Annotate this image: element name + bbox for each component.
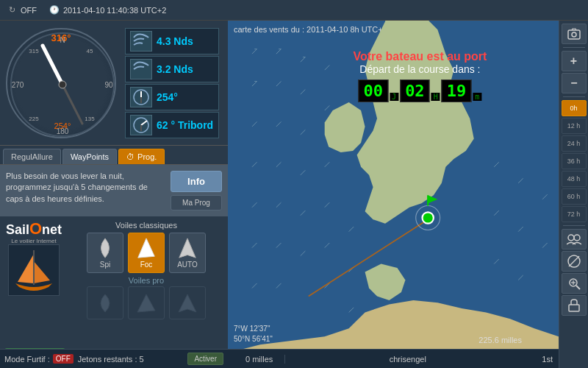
depart-text: Départ de la course dans : bbox=[353, 63, 487, 75]
instrument-row-1: 3.2 Nds bbox=[125, 56, 219, 82]
group-btn[interactable] bbox=[562, 229, 587, 250]
status-label: OFF bbox=[21, 6, 37, 15]
sail-choices: Voiles classiques Spi Foc bbox=[69, 221, 223, 319]
boat-port-text: Votre bateau est au port bbox=[353, 50, 487, 63]
svg-line-41 bbox=[301, 251, 306, 256]
map-area[interactable]: carte des vents du : 2011-04-10 8h UTC+2 bbox=[228, 21, 559, 349]
right-sidebar: + − 0h 12 h 24 h 36 h 48 h 60 h 72 h bbox=[559, 21, 588, 368]
map-bottom-bar: 0 milles chrisengel 1st bbox=[228, 349, 559, 368]
package-btn[interactable] bbox=[562, 295, 587, 316]
sail-auto-label: AUTO bbox=[177, 261, 198, 269]
distance-label: 0 milles bbox=[234, 355, 285, 364]
maprog-button[interactable]: Ma Prog bbox=[171, 195, 222, 210]
time-60h-btn[interactable]: 60 h bbox=[562, 188, 587, 205]
clock-display: 🕐 2011-04-10 11:40:38 UTC+2 bbox=[49, 4, 166, 16]
map-coords: 7°W 12'37" 50°N 56'41" bbox=[234, 324, 273, 344]
map-miles: 225.6 milles bbox=[478, 336, 522, 344]
svg-line-29 bbox=[301, 89, 306, 94]
svg-text:45: 45 bbox=[87, 48, 93, 54]
sail-pro-2[interactable] bbox=[169, 286, 206, 319]
svg-line-39 bbox=[252, 243, 257, 248]
sailonet-name: SailOnet bbox=[6, 221, 62, 238]
divider-1 bbox=[563, 47, 585, 48]
svg-line-53 bbox=[494, 162, 499, 167]
timer-icon: ⏱ bbox=[126, 152, 135, 161]
svg-point-67 bbox=[572, 32, 576, 37]
sail-foc[interactable]: Foc bbox=[128, 233, 165, 273]
svg-line-50 bbox=[349, 227, 354, 232]
compass-widget: 316° N 90 180 270 45 135 225 315 bbox=[6, 28, 116, 138]
instrument-row-3: 62 ° Tribord bbox=[125, 112, 219, 138]
svg-text:315: 315 bbox=[29, 48, 39, 54]
mode-furtif-status: OFF bbox=[53, 354, 74, 364]
sail-spi[interactable]: Spi bbox=[87, 233, 123, 273]
svg-line-9 bbox=[43, 46, 62, 85]
sail-section: SailOnet Le voilier Internet bbox=[0, 216, 228, 345]
sail-icons-row: Spi Foc AUTO bbox=[69, 233, 223, 273]
mode-furtif-label: Mode Furtif : bbox=[4, 355, 50, 364]
boat-image bbox=[8, 244, 60, 296]
svg-line-60 bbox=[518, 275, 523, 280]
svg-line-59 bbox=[494, 259, 499, 264]
countdown-days: 00 bbox=[359, 79, 389, 102]
svg-line-24 bbox=[301, 57, 306, 63]
divider-2 bbox=[563, 96, 585, 97]
wind-speed-icon-0 bbox=[130, 31, 152, 52]
sail-header: SailOnet Le voilier Internet bbox=[4, 221, 223, 319]
svg-point-63 bbox=[423, 212, 434, 223]
svg-rect-66 bbox=[568, 30, 580, 39]
svg-line-34 bbox=[276, 162, 282, 167]
svg-line-73 bbox=[576, 286, 580, 289]
svg-line-44 bbox=[325, 66, 330, 71]
svg-line-58 bbox=[542, 243, 548, 248]
tab-waypoints[interactable]: WayPoints bbox=[62, 149, 117, 164]
sail-auto[interactable]: AUTO bbox=[169, 233, 206, 273]
rank-label: 1st bbox=[530, 355, 553, 364]
svg-line-31 bbox=[276, 121, 282, 127]
svg-marker-65 bbox=[428, 195, 437, 203]
countdown-min-label: m bbox=[473, 93, 481, 101]
time-24h-btn[interactable]: 24 h bbox=[562, 135, 587, 152]
refresh-icon: ↻ bbox=[6, 4, 18, 16]
svg-text:270: 270 bbox=[12, 81, 24, 89]
left-panel: 316° N 90 180 270 45 135 225 315 bbox=[0, 21, 228, 368]
svg-text:135: 135 bbox=[85, 116, 95, 122]
tab-description: Plus besoin de vous lever la nuit, progr… bbox=[6, 171, 165, 205]
svg-point-68 bbox=[568, 235, 574, 241]
zoom-out-btn[interactable]: − bbox=[562, 73, 587, 93]
instrument-row-2: 254° bbox=[125, 84, 219, 110]
svg-line-26 bbox=[252, 82, 257, 87]
countdown-day-label: J bbox=[390, 93, 398, 101]
svg-line-42 bbox=[252, 283, 257, 289]
time-48h-btn[interactable]: 48 h bbox=[562, 171, 587, 187]
zoom-tool-btn[interactable] bbox=[562, 273, 587, 294]
time-12h-btn[interactable]: 12 h bbox=[562, 118, 587, 134]
info-button[interactable]: Info bbox=[171, 171, 222, 192]
svg-line-22 bbox=[276, 49, 282, 54]
countdown-hour-label: H bbox=[431, 93, 440, 101]
svg-line-43 bbox=[276, 283, 282, 289]
sail-pro-1[interactable] bbox=[128, 286, 165, 319]
instrument-value-3: 62 ° Tribord bbox=[157, 119, 214, 131]
svg-line-48 bbox=[325, 243, 330, 248]
zoom-in-btn[interactable]: + bbox=[562, 51, 587, 71]
instrument-value-2: 254° bbox=[157, 91, 214, 103]
tab-prog[interactable]: ⏱ ⏱ Prog. Prog. bbox=[118, 149, 165, 164]
time-36h-btn[interactable]: 36 h bbox=[562, 153, 587, 169]
compass-area: 316° N 90 180 270 45 135 225 315 bbox=[0, 21, 228, 146]
svg-text:N: N bbox=[60, 36, 65, 44]
svg-line-71 bbox=[569, 256, 579, 266]
screenshot-btn[interactable] bbox=[562, 24, 587, 44]
no-entry-btn[interactable] bbox=[562, 251, 587, 272]
svg-line-38 bbox=[301, 210, 306, 216]
activer-button[interactable]: Activer bbox=[187, 353, 223, 365]
sail-pro-row bbox=[69, 286, 223, 319]
sail-pro-0[interactable] bbox=[87, 286, 123, 319]
svg-line-55 bbox=[542, 194, 548, 199]
countdown: 00 J 02 H 19 m bbox=[353, 79, 487, 102]
time-0h-btn[interactable]: 0h bbox=[562, 100, 587, 116]
refresh-btn[interactable]: ↻ OFF bbox=[6, 4, 37, 16]
time-72h-btn[interactable]: 72 h bbox=[562, 206, 587, 222]
svg-text:225: 225 bbox=[29, 116, 39, 122]
tab-regulallure[interactable]: RegulAllure bbox=[3, 149, 61, 164]
